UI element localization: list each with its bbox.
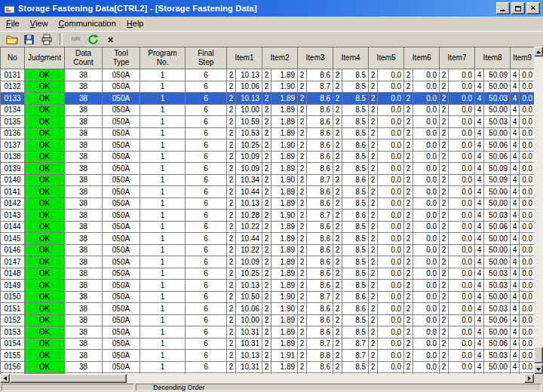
cell-item1-count[interactable]: 2	[227, 210, 236, 222]
cell-final-step[interactable]: 6	[186, 210, 227, 222]
cell-item5-value[interactable]: 0.0	[378, 233, 404, 245]
cell-item6-value[interactable]: 0.0	[413, 280, 440, 292]
cell-item9-count[interactable]: 4	[511, 268, 520, 280]
cell-item9-value[interactable]: 0.0	[520, 268, 534, 280]
cell-item3-count[interactable]: 2	[298, 210, 307, 222]
cell-tool-type[interactable]: 050A	[103, 280, 140, 292]
cell-item1-value[interactable]: 10.00	[236, 314, 262, 326]
cell-item2-count[interactable]: 2	[262, 139, 272, 152]
cell-item9-count[interactable]: 4	[511, 350, 520, 362]
cell-program-no[interactable]: 1	[140, 280, 186, 292]
cell-program-no[interactable]: 1	[140, 326, 186, 338]
cell-item2-count[interactable]: 2	[262, 104, 272, 116]
cell-item1-count[interactable]: 2	[227, 303, 236, 315]
cell-item6-count[interactable]: 2	[404, 291, 413, 303]
cell-item5-value[interactable]: 0.0	[378, 350, 404, 362]
cell-item4-count[interactable]: 2	[333, 233, 342, 245]
cell-item5-value[interactable]: 0.0	[378, 280, 404, 292]
cell-item3-count[interactable]: 2	[298, 81, 307, 93]
cell-item3-value[interactable]: 8.6	[307, 268, 333, 280]
cell-item4-count[interactable]: 2	[333, 314, 342, 326]
cell-item7-value[interactable]: 0.0	[449, 244, 475, 256]
cell-item8-value[interactable]: 50.00	[484, 233, 511, 245]
cell-item1-value[interactable]: 10.13	[236, 280, 262, 292]
cell-item4-count[interactable]: 2	[333, 303, 342, 315]
cell-no[interactable]: 0149	[1, 280, 25, 292]
cell-item5-count[interactable]: 2	[369, 280, 378, 292]
open-button[interactable]	[3, 32, 20, 47]
cell-judgment[interactable]: OK	[25, 174, 65, 186]
cell-item1-count[interactable]: 2	[227, 127, 236, 139]
cell-data-count[interactable]: 38	[65, 280, 103, 292]
cell-judgment[interactable]: OK	[25, 104, 65, 116]
cell-item1-count[interactable]: 2	[227, 198, 236, 210]
cell-item7-count[interactable]: 2	[440, 291, 449, 303]
cell-judgment[interactable]: OK	[25, 268, 65, 280]
cell-item9-value[interactable]: 0.0	[520, 361, 534, 373]
cell-program-no[interactable]: 1	[140, 127, 186, 139]
cell-tool-type[interactable]: 050A	[103, 303, 140, 315]
cell-item4-value[interactable]: 8.6	[342, 174, 369, 186]
cell-tool-type[interactable]: 050A	[103, 291, 140, 303]
cell-final-step[interactable]: 6	[186, 104, 227, 116]
cell-item2-count[interactable]: 2	[262, 291, 272, 303]
cell-item2-count[interactable]: 2	[262, 338, 272, 350]
cell-item1-count[interactable]: 2	[227, 139, 236, 152]
cell-tool-type[interactable]: 050A	[103, 314, 140, 326]
cell-item3-value[interactable]: 8.6	[307, 116, 333, 128]
cell-item4-count[interactable]: 2	[333, 244, 342, 256]
table-row[interactable]: 0138OK38050A16210.0921.8928.628.520.020.…	[1, 151, 535, 163]
cell-item2-count[interactable]: 2	[262, 326, 272, 338]
cell-item6-value[interactable]: 0.0	[413, 256, 440, 268]
cell-item6-count[interactable]: 2	[404, 104, 413, 116]
cell-item3-value[interactable]: 8.6	[307, 361, 333, 373]
cell-item7-count[interactable]: 2	[440, 280, 449, 292]
cell-item1-value[interactable]: 10.44	[236, 186, 262, 198]
cell-item2-count[interactable]: 2	[262, 116, 272, 128]
cell-item3-count[interactable]: 2	[298, 233, 307, 245]
cell-item5-value[interactable]: 0.0	[378, 303, 404, 315]
table-row[interactable]: 0135OK38050A16210.5921.8928.628.520.020.…	[1, 116, 535, 128]
cell-item3-count[interactable]: 2	[298, 139, 307, 152]
cell-item3-count[interactable]: 2	[298, 151, 307, 163]
cell-item2-count[interactable]: 2	[262, 81, 272, 93]
cell-item7-count[interactable]: 2	[440, 221, 449, 233]
cell-no[interactable]: 0150	[1, 291, 25, 303]
cell-item3-value[interactable]: 8.6	[307, 198, 333, 210]
cell-final-step[interactable]: 6	[186, 163, 227, 175]
cell-judgment[interactable]: OK	[25, 139, 65, 152]
cell-item9-value[interactable]: 0.0	[520, 93, 534, 105]
cell-item7-count[interactable]: 2	[440, 268, 449, 280]
cell-item6-value[interactable]: 0.0	[413, 303, 440, 315]
cell-program-no[interactable]: 1	[140, 221, 186, 233]
cell-item8-value[interactable]: 50.00	[484, 81, 511, 93]
cell-item3-value[interactable]: 8.6	[307, 221, 333, 233]
cell-final-step[interactable]: 6	[186, 314, 227, 326]
cell-item4-value[interactable]: 8.5	[342, 116, 369, 128]
table-row[interactable]: 0144OK38050A16210.2221.8928.628.520.020.…	[1, 221, 535, 233]
cell-item3-value[interactable]: 8.6	[307, 151, 333, 163]
cell-data-count[interactable]: 38	[65, 244, 103, 256]
cell-no[interactable]: 0133	[1, 93, 25, 105]
cell-program-no[interactable]: 1	[140, 93, 186, 105]
cell-item9-value[interactable]: 0.0	[520, 350, 534, 362]
cell-item6-value[interactable]: 0.0	[413, 116, 440, 128]
cell-item2-value[interactable]: 1.89	[272, 361, 298, 373]
cell-item9-count[interactable]: 4	[511, 186, 520, 198]
cell-judgment[interactable]: OK	[25, 163, 65, 175]
cell-item5-count[interactable]: 2	[369, 151, 378, 163]
cell-item9-value[interactable]: 0.0	[520, 233, 534, 245]
cell-item8-count[interactable]: 4	[475, 198, 484, 210]
cell-item2-value[interactable]: 1.89	[272, 338, 298, 350]
cell-tool-type[interactable]: 050A	[103, 186, 140, 198]
cell-data-count[interactable]: 38	[65, 256, 103, 268]
cell-item1-count[interactable]: 2	[227, 81, 236, 93]
cell-no[interactable]: 0156	[1, 361, 25, 373]
cell-item6-count[interactable]: 2	[404, 186, 413, 198]
cell-item8-value[interactable]: 50.03	[484, 350, 511, 362]
cell-item9-value[interactable]: 0.0	[520, 210, 534, 222]
vertical-scrollbar[interactable]	[534, 47, 543, 374]
cell-item5-count[interactable]: 2	[369, 163, 378, 175]
cell-item7-count[interactable]: 2	[440, 244, 449, 256]
cell-judgment[interactable]: OK	[25, 198, 65, 210]
